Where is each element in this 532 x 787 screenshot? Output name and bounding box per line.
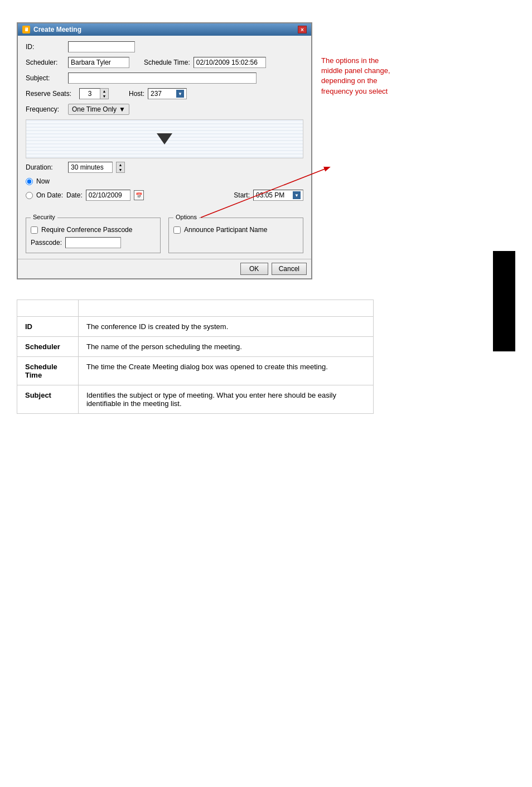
on-date-radio-row: On Date: Date: 📅 Start: 03:05 PM ▼	[26, 190, 303, 201]
subject-row: Subject:	[26, 73, 303, 84]
frequency-value: One Time Only	[72, 105, 117, 113]
id-label: ID:	[26, 43, 65, 51]
def-id: The conference ID is created by the syst…	[78, 317, 373, 337]
scheduler-row: Scheduler: Schedule Time:	[26, 57, 303, 68]
def-scheduler: The name of the person scheduling the me…	[78, 337, 373, 357]
frequency-select[interactable]: One Time Only ▼	[68, 104, 129, 115]
date-input[interactable]	[86, 190, 130, 201]
annotation-block: The options in the middle panel change, …	[321, 56, 399, 96]
dialog-section: 🖥 Create Meeting × ID: Scheduler: Schedu…	[17, 22, 515, 279]
panel-arrow	[157, 133, 172, 144]
def-subject: Identifies the subject or type of meetin…	[78, 385, 373, 414]
table-row: ScheduleTime The time the Create Meeting…	[17, 357, 374, 385]
middle-panel	[26, 119, 303, 158]
duration-spinbox-arrows[interactable]: ▲ ▼	[116, 162, 125, 173]
sections-row: Security Require Conference Passcode Pas…	[26, 218, 303, 253]
id-input[interactable]	[68, 41, 135, 52]
now-radio[interactable]	[26, 178, 33, 185]
options-title: Options	[173, 214, 199, 220]
def-schedule-time: The time the Create Meeting dialog box w…	[78, 357, 373, 385]
host-select[interactable]: 237 ▼	[148, 88, 187, 99]
cancel-button[interactable]: Cancel	[272, 263, 307, 275]
duration-label: Duration:	[26, 163, 65, 171]
subject-input[interactable]	[68, 73, 257, 84]
announce-checkbox[interactable]	[173, 226, 181, 234]
start-group: Start: 03:05 PM ▼	[234, 190, 303, 201]
titlebar-left: 🖥 Create Meeting	[22, 26, 81, 33]
options-section: Options Announce Participant Name	[168, 218, 303, 253]
calendar-icon[interactable]: 📅	[134, 190, 144, 200]
passcode-label: Passcode:	[31, 239, 62, 247]
table-row: ID The conference ID is created by the s…	[17, 317, 374, 337]
announce-row: Announce Participant Name	[173, 226, 298, 234]
dialog-titlebar: 🖥 Create Meeting ×	[18, 23, 311, 36]
subject-label: Subject:	[26, 74, 65, 82]
scheduler-label: Scheduler:	[26, 59, 65, 66]
table-row: Scheduler The name of the person schedul…	[17, 337, 374, 357]
dialog-title: Create Meeting	[33, 26, 81, 33]
reserve-seats-input[interactable]	[79, 88, 100, 99]
create-meeting-dialog: 🖥 Create Meeting × ID: Scheduler: Schedu…	[17, 22, 312, 279]
empty-term	[17, 300, 79, 317]
now-label: Now	[36, 177, 50, 185]
start-time-value: 03:05 PM	[256, 191, 284, 199]
start-time-arrow[interactable]: ▼	[293, 191, 301, 199]
duration-row: Duration: ▲ ▼	[26, 162, 303, 173]
date-label: Date:	[66, 191, 83, 199]
reserve-seats-spinbox[interactable]: ▲ ▼	[79, 88, 109, 99]
dialog-icon: 🖥	[22, 26, 30, 33]
require-passcode-row: Require Conference Passcode	[31, 226, 156, 234]
on-date-label: On Date:	[36, 191, 63, 199]
duration-input[interactable]	[68, 162, 113, 173]
spin-up-button[interactable]: ▲	[100, 89, 108, 94]
term-schedule-time: ScheduleTime	[17, 357, 79, 385]
announce-label: Announce Participant Name	[184, 226, 267, 234]
duration-spinbox[interactable]: ▲ ▼	[116, 162, 125, 173]
on-date-radio[interactable]	[26, 192, 33, 199]
require-passcode-label: Require Conference Passcode	[41, 226, 132, 234]
black-sidebar	[493, 251, 515, 351]
term-subject: Subject	[17, 385, 79, 414]
dialog-footer: OK Cancel	[18, 259, 311, 278]
host-label: Host:	[129, 90, 144, 98]
start-time-select[interactable]: 03:05 PM ▼	[253, 190, 303, 201]
security-section: Security Require Conference Passcode Pas…	[26, 218, 161, 253]
id-row: ID:	[26, 41, 303, 52]
ok-button[interactable]: OK	[240, 263, 268, 275]
reference-table: ID The conference ID is created by the s…	[17, 300, 374, 414]
annotation-text: The options in the middle panel change, …	[321, 56, 399, 96]
host-dropdown-arrow[interactable]: ▼	[176, 90, 184, 98]
empty-def	[78, 300, 373, 317]
require-passcode-checkbox[interactable]	[31, 226, 38, 234]
duration-spin-down[interactable]: ▼	[117, 167, 124, 172]
spinbox-arrows[interactable]: ▲ ▼	[100, 88, 109, 99]
reserve-host-row: Reserve Seats: ▲ ▼ Host: 237 ▼	[26, 88, 303, 99]
duration-spin-up[interactable]: ▲	[117, 162, 124, 167]
term-scheduler: Scheduler	[17, 337, 79, 357]
security-title: Security	[31, 214, 57, 220]
start-label: Start:	[234, 191, 250, 199]
frequency-arrow: ▼	[119, 105, 125, 113]
frequency-row: Frequency: One Time Only ▼	[26, 104, 303, 115]
dialog-body: ID: Scheduler: Schedule Time: Subject:	[18, 36, 311, 259]
term-id: ID	[17, 317, 79, 337]
scheduler-input[interactable]	[68, 57, 129, 68]
reserve-seats-label: Reserve Seats:	[26, 90, 76, 98]
schedule-time-input[interactable]	[194, 57, 266, 68]
schedule-time-label: Schedule Time:	[144, 59, 190, 66]
passcode-row: Passcode:	[31, 237, 156, 248]
host-value: 237	[151, 90, 162, 98]
table-header-row	[17, 300, 374, 317]
frequency-label: Frequency:	[26, 105, 65, 113]
table-row: Subject Identifies the subject or type o…	[17, 385, 374, 414]
passcode-input[interactable]	[65, 237, 121, 248]
now-radio-row: Now	[26, 177, 303, 185]
spin-down-button[interactable]: ▼	[100, 94, 108, 99]
close-button[interactable]: ×	[298, 26, 307, 33]
